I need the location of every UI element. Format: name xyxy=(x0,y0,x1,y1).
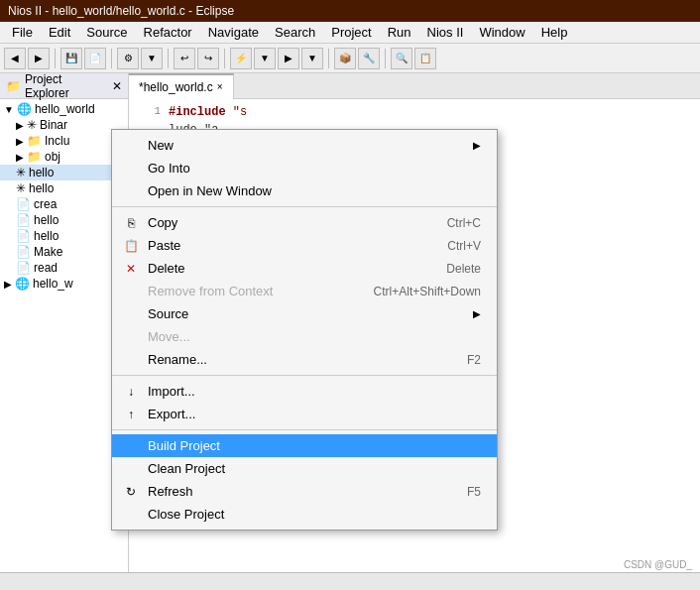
toolbar-btn-15[interactable]: 🔍 xyxy=(391,48,412,69)
menu-item-export[interactable]: ↑ Export... xyxy=(112,403,497,425)
tree-item-read[interactable]: 📄 read xyxy=(0,260,128,276)
context-menu-overlay: New ▶ Go Into Open in New Window ⎘ Copy … xyxy=(111,129,498,531)
rename-shortcut: F2 xyxy=(427,353,481,367)
file-icon: ✳ xyxy=(16,181,26,195)
paste-shortcut: Ctrl+V xyxy=(408,239,481,253)
menu-item-refresh[interactable]: ↻ Refresh F5 xyxy=(112,480,497,503)
toolbar-btn-9[interactable]: ⚡ xyxy=(230,48,252,69)
menu-item-paste[interactable]: 📋 Paste Ctrl+V xyxy=(112,234,497,257)
toolbar-btn-6[interactable]: ▼ xyxy=(141,48,163,69)
file-icon: 📄 xyxy=(16,245,31,259)
copy-icon: ⎘ xyxy=(122,214,140,232)
menu-item-label: Clean Project xyxy=(148,461,225,476)
tree-label: hello xyxy=(29,181,54,195)
tree-item-hello2[interactable]: ✳ hello xyxy=(0,180,128,196)
menu-item-label: Paste xyxy=(148,238,180,253)
menu-separator-1 xyxy=(112,206,497,207)
toolbar-btn-13[interactable]: 📦 xyxy=(334,48,356,69)
menu-run[interactable]: Run xyxy=(380,23,419,42)
menu-item-import[interactable]: ↓ Import... xyxy=(112,380,497,403)
menu-item-delete[interactable]: ✕ Delete Delete xyxy=(112,257,497,280)
menu-item-move: Move... xyxy=(112,325,497,348)
toolbar-btn-12[interactable]: ▼ xyxy=(301,48,323,69)
menu-window[interactable]: Window xyxy=(471,23,532,42)
file-icon: 📄 xyxy=(16,197,31,211)
delete-icon: ✕ xyxy=(122,260,140,278)
toolbar-btn-4[interactable]: 📄 xyxy=(84,48,106,69)
menu-separator-3 xyxy=(112,429,497,430)
tree-label: Inclu xyxy=(45,134,69,148)
toolbar-sep-4 xyxy=(224,49,225,68)
menu-item-label: Refresh xyxy=(148,484,193,499)
menu-item-new[interactable]: New ▶ xyxy=(112,134,497,157)
menu-item-label: Export... xyxy=(148,407,195,421)
project-explorer-icon: 📁 xyxy=(6,79,21,93)
menu-item-label: Delete xyxy=(148,261,185,276)
tree-label: crea xyxy=(34,197,57,211)
tree-item-hello4[interactable]: 📄 hello xyxy=(0,228,128,244)
editor-tab-hello-world-c[interactable]: *hello_world.c × xyxy=(129,73,234,99)
tree-item-hello-world[interactable]: ▼ 🌐 hello_world xyxy=(0,101,128,117)
menu-item-go-into[interactable]: Go Into xyxy=(112,157,497,179)
expand-icon: ▶ xyxy=(16,120,24,131)
menu-item-label: Import... xyxy=(148,384,195,399)
menu-item-remove-from-context: Remove from Context Ctrl+Alt+Shift+Down xyxy=(112,280,497,302)
project-tree: ▼ 🌐 hello_world ▶ ✳ Binar ▶ 📁 Inclu ▶ 📁 xyxy=(0,99,128,294)
menu-help[interactable]: Help xyxy=(533,23,576,42)
menu-refactor[interactable]: Refactor xyxy=(136,23,200,42)
tree-item-hellow[interactable]: ▶ 🌐 hello_w xyxy=(0,276,128,292)
menu-navigate[interactable]: Navigate xyxy=(200,23,267,42)
toolbar-btn-1[interactable]: ◀ xyxy=(4,48,26,69)
menu-item-source[interactable]: Source ▶ xyxy=(112,302,497,325)
menu-search[interactable]: Search xyxy=(267,23,323,42)
menu-bar: File Edit Source Refactor Navigate Searc… xyxy=(0,22,700,44)
menu-item-build-project[interactable]: Build Project xyxy=(112,434,497,457)
tree-item-inclu[interactable]: ▶ 📁 Inclu xyxy=(0,133,128,149)
project-explorer-title: Project Explorer xyxy=(25,73,108,100)
project-icon: 🌐 xyxy=(17,102,32,116)
tree-item-binar[interactable]: ▶ ✳ Binar xyxy=(0,117,128,133)
tree-item-crea[interactable]: 📄 crea xyxy=(0,196,128,212)
tree-item-hello3[interactable]: 📄 hello xyxy=(0,212,128,228)
tree-item-obj[interactable]: ▶ 📁 obj xyxy=(0,149,128,165)
refresh-shortcut: F5 xyxy=(427,485,481,499)
menu-item-copy[interactable]: ⎘ Copy Ctrl+C xyxy=(112,211,497,234)
menu-file[interactable]: File xyxy=(4,23,41,42)
menu-item-label: Open in New Window xyxy=(148,183,272,198)
tree-label: hello xyxy=(34,213,58,227)
tab-close-icon[interactable]: × xyxy=(217,81,223,92)
toolbar-sep-5 xyxy=(328,49,329,68)
menu-source[interactable]: Source xyxy=(78,23,135,42)
menu-edit[interactable]: Edit xyxy=(41,23,78,42)
toolbar-btn-5[interactable]: ⚙ xyxy=(117,48,139,69)
import-icon: ↓ xyxy=(122,383,140,401)
menu-item-close-project[interactable]: Close Project xyxy=(112,503,497,526)
project-explorer-header: 📁 Project Explorer ✕ xyxy=(0,73,128,99)
toolbar-sep-2 xyxy=(111,49,112,68)
status-bar xyxy=(0,572,700,590)
toolbar-btn-14[interactable]: 🔧 xyxy=(358,48,380,69)
title-text: Nios II - hello_world/hello_world.c - Ec… xyxy=(8,4,234,18)
folder-icon: 📁 xyxy=(27,150,42,164)
tab-label: *hello_world.c xyxy=(139,80,213,94)
toolbar-btn-8[interactable]: ↪ xyxy=(197,48,219,69)
project-explorer-close[interactable]: ✕ xyxy=(112,79,122,93)
toolbar-btn-16[interactable]: 📋 xyxy=(414,48,436,69)
toolbar-btn-2[interactable]: ▶ xyxy=(28,48,50,69)
tree-item-make[interactable]: 📄 Make xyxy=(0,244,128,260)
menu-project[interactable]: Project xyxy=(323,23,379,42)
tree-item-hello1[interactable]: ✳ hello xyxy=(0,165,128,180)
menu-niosii[interactable]: Nios II xyxy=(419,23,472,42)
menu-item-clean-project[interactable]: Clean Project xyxy=(112,457,497,480)
toolbar-btn-7[interactable]: ↩ xyxy=(174,48,195,69)
menu-item-open-new-window[interactable]: Open in New Window xyxy=(112,179,497,202)
project-explorer-panel: 📁 Project Explorer ✕ ▼ 🌐 hello_world ▶ ✳… xyxy=(0,73,129,590)
toolbar-btn-11[interactable]: ▶ xyxy=(278,48,299,69)
toolbar-btn-10[interactable]: ▼ xyxy=(254,48,276,69)
toolbar-btn-3[interactable]: 💾 xyxy=(60,48,82,69)
menu-item-label: Copy xyxy=(148,215,177,230)
project-icon: 🌐 xyxy=(15,277,30,291)
menu-item-label: New xyxy=(148,138,174,153)
menu-item-rename[interactable]: Rename... F2 xyxy=(112,348,497,371)
expand-icon: ▼ xyxy=(4,104,14,115)
